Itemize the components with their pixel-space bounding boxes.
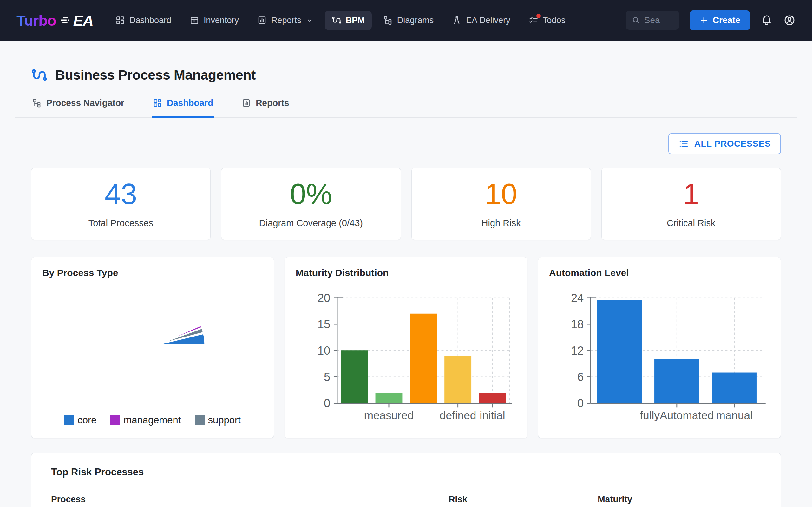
speed-lines-icon: [59, 15, 72, 26]
legend-swatch: [64, 415, 74, 425]
create-button[interactable]: Create: [690, 10, 750, 30]
nav-item-diagrams[interactable]: Diagrams: [376, 11, 441, 30]
stats-row: 43Total Processes0%Diagram Coverage (0/4…: [31, 168, 781, 240]
app-logo[interactable]: Turbo EA: [16, 12, 93, 29]
stat-value: 10: [485, 179, 517, 209]
tab-label: Reports: [256, 98, 289, 108]
legend-label: support: [208, 414, 241, 426]
maturity-bar-chart: 05101520measureddefinedinitial: [296, 281, 516, 427]
user-avatar-icon: [783, 14, 796, 26]
stat-label: Critical Risk: [667, 218, 715, 228]
stat-card-high-risk: 10High Risk: [411, 168, 591, 240]
nav-item-inventory[interactable]: Inventory: [183, 11, 246, 30]
navbar-right: Create: [626, 10, 796, 30]
automation-bar-chart: 06121824fullyAutomatedmanual: [549, 281, 770, 427]
search-icon: [631, 16, 641, 25]
chart-card-automation: Automation Level 06121824fullyAutomatedm…: [538, 257, 781, 438]
process-type-pie-chart: [42, 281, 263, 407]
nav-item-label: BPM: [346, 15, 365, 25]
tab-dashboard[interactable]: Dashboard: [152, 96, 214, 117]
svg-text:0: 0: [577, 397, 583, 410]
legend-swatch: [195, 415, 205, 425]
notifications-button[interactable]: [761, 14, 773, 26]
svg-text:measured: measured: [364, 409, 414, 421]
table-col-risk: Risk: [449, 494, 598, 504]
reports-icon: [242, 99, 251, 108]
legend-label: core: [78, 414, 96, 426]
svg-text:20: 20: [317, 291, 330, 304]
stat-label: High Risk: [481, 218, 521, 228]
svg-text:defined: defined: [440, 409, 476, 421]
stat-value: 1: [683, 179, 699, 209]
stat-label: Total Processes: [89, 218, 154, 228]
main-content: Business Process Management Process Navi…: [0, 67, 812, 507]
legend-item-core: core: [64, 414, 96, 426]
stat-value: 0%: [290, 179, 332, 209]
bell-icon: [761, 14, 773, 26]
stat-card-diagram-coverage-0-43: 0%Diagram Coverage (0/43): [221, 168, 401, 240]
ea-delivery-icon: [452, 15, 461, 25]
nav-item-todos[interactable]: Todos: [522, 11, 572, 30]
dashboard-icon: [115, 15, 125, 25]
chart-card-maturity: Maturity Distribution 05101520measuredde…: [285, 257, 527, 438]
table-header-row: ProcessRiskMaturity: [51, 494, 761, 504]
page-header: Business Process Management: [31, 67, 781, 83]
nav-item-reports[interactable]: Reports: [250, 11, 320, 30]
svg-text:15: 15: [317, 318, 330, 331]
account-button[interactable]: [783, 14, 796, 26]
logo-text-turbo: Turbo: [16, 12, 56, 29]
logo-text-ea: EA: [73, 12, 93, 29]
legend-item-support: support: [195, 414, 241, 426]
page-title: Business Process Management: [55, 67, 256, 83]
nav-item-label: Dashboard: [130, 15, 171, 25]
svg-text:24: 24: [571, 291, 583, 304]
legend-label: management: [123, 414, 181, 426]
top-risk-card: Top Risk Processes ProcessRiskMaturity: [31, 453, 781, 507]
all-processes-button[interactable]: ALL PROCESSES: [668, 133, 781, 154]
process-tree-icon: [32, 99, 42, 108]
diagrams-icon: [383, 15, 393, 25]
global-search[interactable]: [626, 11, 679, 30]
todo-alert-dot: [537, 14, 541, 18]
main-nav: DashboardInventoryReportsBPMDiagramsEA D…: [108, 11, 572, 30]
plus-icon: [699, 16, 708, 25]
legend-item-management: management: [110, 414, 181, 426]
chart-title: By Process Type: [42, 268, 263, 278]
search-input[interactable]: [644, 15, 670, 25]
nav-item-bpm[interactable]: BPM: [325, 11, 372, 30]
legend-swatch: [110, 415, 120, 425]
nav-item-dashboard[interactable]: Dashboard: [108, 11, 178, 30]
table-col-maturity: Maturity: [598, 494, 761, 504]
nav-item-ea-delivery[interactable]: EA Delivery: [445, 11, 517, 30]
tabs-bar: Process NavigatorDashboardReports: [15, 96, 797, 118]
tab-reports[interactable]: Reports: [241, 96, 291, 117]
svg-text:12: 12: [571, 344, 583, 357]
grid-icon: [153, 99, 162, 108]
chart-card-process-type: By Process Type coremanagementsupport: [31, 257, 274, 438]
bpm-route-icon: [31, 68, 47, 82]
charts-row: By Process Type coremanagementsupport Ma…: [31, 257, 781, 438]
svg-text:18: 18: [571, 318, 583, 331]
svg-text:10: 10: [317, 344, 330, 357]
inventory-icon: [190, 15, 199, 25]
stat-value: 43: [105, 179, 137, 209]
actions-row: ALL PROCESSES: [31, 133, 781, 154]
tabs: Process NavigatorDashboardReports: [31, 96, 781, 117]
nav-item-label: Reports: [271, 15, 301, 25]
table-title: Top Risk Processes: [51, 466, 761, 478]
tab-label: Dashboard: [167, 98, 213, 108]
list-icon: [678, 139, 689, 149]
stat-label: Diagram Coverage (0/43): [259, 218, 363, 228]
all-processes-label: ALL PROCESSES: [694, 139, 771, 149]
tab-process-navigator[interactable]: Process Navigator: [31, 96, 125, 117]
svg-text:5: 5: [324, 371, 330, 383]
top-navbar: Turbo EA DashboardInventoryReportsBPMDia…: [0, 0, 812, 41]
stat-card-critical-risk: 1Critical Risk: [601, 168, 781, 240]
reports-icon: [257, 15, 267, 25]
nav-item-label: EA Delivery: [466, 15, 510, 25]
stat-card-total-processes: 43Total Processes: [31, 168, 211, 240]
svg-text:initial: initial: [479, 409, 505, 421]
nav-item-label: Diagrams: [397, 15, 434, 25]
todos-icon: [529, 15, 538, 25]
svg-text:0: 0: [324, 397, 330, 410]
